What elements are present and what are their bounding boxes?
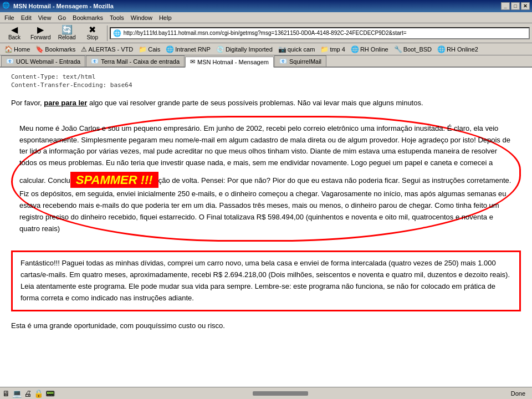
tab-uol-webmail[interactable]: 📧 UOL Webmail - Entrada: [1, 55, 85, 66]
bookmark-cais[interactable]: 📁 Cais: [136, 45, 162, 54]
page-icon: 🌐: [113, 29, 121, 37]
bookmark-tmp4[interactable]: 📁 tmp 4: [318, 45, 347, 54]
bookmark-intranet-label: Intranet RNP: [175, 46, 211, 53]
menu-edit[interactable]: Edit: [18, 13, 35, 22]
rh-online2-icon: 🌐: [437, 45, 446, 53]
lock-icon: 🔒: [34, 389, 43, 398]
boot-bsd-icon: 🔧: [394, 45, 402, 53]
bookmark-digitally-imported[interactable]: 💿 Digitally Imported: [214, 45, 275, 54]
bookmark-alertas-label: ALERTAS - VTD: [88, 46, 133, 53]
home-icon: 🏠: [4, 45, 13, 53]
email-body: Por favor, pare para ler algo que vai re…: [11, 98, 521, 331]
status-bar: 🖥 💻 🖨 🔒 📟 Done: [0, 387, 532, 399]
menu-view[interactable]: View: [35, 13, 55, 22]
email-content-area[interactable]: Content-Type: text/html Content-Transfer…: [0, 68, 532, 387]
reload-label: Reload: [58, 34, 76, 40]
status-done: Done: [507, 390, 530, 397]
bookmark-quickcam[interactable]: 📷 quick cam: [276, 45, 318, 54]
tab-msn-label: MSN Hotmail - Mensagem: [197, 59, 269, 65]
tab-msn-icon: ✉: [190, 58, 195, 65]
email-final-para: Esta é uma grande oportunidade, com pouq…: [11, 320, 521, 332]
forward-label: Forward: [30, 34, 51, 40]
tab-uol-label: UOL Webmail - Entrada: [16, 58, 80, 65]
maximize-button[interactable]: □: [511, 2, 520, 10]
tabs-bar: 📧 UOL Webmail - Entrada 📧 Terra Mail - C…: [0, 55, 532, 68]
title-bar: 🌐 MSN Hotmail - Mensagem - Mozilla _ □ ✕: [0, 0, 532, 12]
forward-button[interactable]: ▶ Forward: [28, 24, 54, 42]
quickcam-icon: 📷: [278, 45, 287, 53]
scrollbar-indicator: [59, 391, 502, 396]
browser-icon: 🌐: [2, 2, 11, 11]
red-box-highlight: Fantástico!!! Paguei todas as minhas dív…: [11, 250, 521, 311]
back-button[interactable]: ◀ Back: [2, 24, 27, 42]
navigation-toolbar: ◀ Back ▶ Forward 🔄 Reload ✖ Stop 🌐 http:…: [0, 23, 532, 43]
email-content-type: Content-Type: text/html: [11, 73, 521, 80]
menu-file[interactable]: File: [1, 13, 18, 22]
bookmarks-icon: 🔖: [35, 45, 44, 53]
printer-icon: 🖨: [24, 389, 32, 398]
red-box-text: Fantástico!!! Paguei todas as minhas dív…: [21, 259, 510, 301]
menu-help[interactable]: Help: [156, 13, 175, 22]
scroll-bar[interactable]: [253, 391, 308, 396]
rh-online-icon: 🌐: [351, 45, 359, 53]
laptop-icon: 💻: [12, 389, 22, 398]
circle-highlight-para2: Meu nome é João Carlos e sou um pequeno …: [11, 116, 521, 242]
stop-button[interactable]: ✖ Stop: [80, 24, 105, 42]
bookmark-bookmarks[interactable]: 🔖 Bookmarks: [33, 45, 78, 54]
window-title: MSN Hotmail - Mensagem - Mozilla: [13, 3, 501, 9]
spammer-stamp: SPAMMER !!!: [70, 172, 158, 188]
forward-icon: ▶: [37, 25, 44, 34]
menu-bookmarks[interactable]: Bookmarks: [69, 13, 106, 22]
close-button[interactable]: ✕: [521, 2, 530, 10]
email-para2-text: Meu nome é João Carlos e sou um pequeno …: [19, 124, 511, 233]
bookmark-boot-bsd[interactable]: 🔧 Boot_BSD: [392, 45, 434, 54]
menu-go[interactable]: Go: [54, 13, 69, 22]
bookmark-bookmarks-label: Bookmarks: [45, 46, 75, 53]
bookmark-home[interactable]: 🏠 Home: [2, 45, 32, 54]
bookmark-di-label: Digitally Imported: [226, 46, 273, 53]
bookmarks-toolbar: 🏠 Home 🔖 Bookmarks ⚠ ALERTAS - VTD 📁 Cai…: [0, 43, 532, 55]
reload-button[interactable]: 🔄 Reload: [55, 24, 79, 42]
intranet-icon: 🌐: [166, 45, 174, 53]
bookmark-home-label: Home: [14, 46, 30, 53]
pager-icon: 📟: [45, 389, 55, 398]
tab-msn-hotmail[interactable]: ✉ MSN Hotmail - Mensagem: [185, 57, 274, 68]
browser-window: 🌐 MSN Hotmail - Mensagem - Mozilla _ □ ✕…: [0, 0, 532, 399]
bookmark-alertas[interactable]: ⚠ ALERTAS - VTD: [79, 45, 135, 54]
tab-terra-mail[interactable]: 📧 Terra Mail - Caixa de entrada: [86, 55, 185, 66]
menu-window[interactable]: Window: [127, 13, 156, 22]
tab-squirrelmail[interactable]: 📧 SquirrelMail: [274, 55, 326, 66]
toolbar-separator: [107, 25, 108, 41]
bookmark-rh-label: RH Online: [360, 46, 388, 53]
digitally-imported-icon: 💿: [216, 45, 224, 53]
bookmark-tmp4-label: tmp 4: [330, 46, 345, 53]
bookmark-rh2-label: RH Online2: [447, 46, 478, 53]
bookmark-boot-label: Boot_BSD: [403, 46, 432, 53]
back-label: Back: [8, 34, 21, 40]
para1-highlight: pare para ler: [44, 99, 87, 107]
tab-terra-label: Terra Mail - Caixa de entrada: [101, 58, 180, 65]
tab-squirrel-icon: 📧: [279, 58, 287, 65]
status-icons-group: 🖥 💻 🖨 🔒 📟: [2, 389, 55, 398]
menu-tools[interactable]: Tools: [106, 13, 127, 22]
cais-icon: 📁: [139, 45, 147, 53]
alertas-icon: ⚠: [81, 45, 87, 53]
email-para1: Por favor, pare para ler algo que vai re…: [11, 98, 521, 109]
tmp4-icon: 📁: [320, 45, 329, 53]
address-bar[interactable]: 🌐 http://by111fd.bay111.hotmail.msn.com/…: [110, 27, 530, 39]
stop-label: Stop: [86, 34, 98, 40]
bookmark-rh-online[interactable]: 🌐 RH Online: [349, 45, 391, 54]
tab-squirrel-label: SquirrelMail: [289, 58, 321, 65]
address-text: http://by111fd.bay111.hotmail.msn.com/cg…: [124, 30, 407, 36]
bookmark-cais-label: Cais: [148, 46, 160, 53]
bookmark-rh-online2[interactable]: 🌐 RH Online2: [435, 45, 480, 54]
reload-icon: 🔄: [62, 25, 73, 34]
email-encoding: Content-Transfer-Encoding: base64: [11, 81, 521, 89]
minimize-button[interactable]: _: [501, 2, 510, 10]
tab-uol-icon: 📧: [6, 58, 14, 65]
stop-icon: ✖: [89, 25, 96, 34]
bookmark-intranet[interactable]: 🌐 Intranet RNP: [163, 45, 213, 54]
window-controls: _ □ ✕: [501, 2, 530, 10]
tab-terra-icon: 📧: [91, 58, 99, 65]
email-para2-block: Meu nome é João Carlos e sou um pequeno …: [11, 116, 521, 242]
